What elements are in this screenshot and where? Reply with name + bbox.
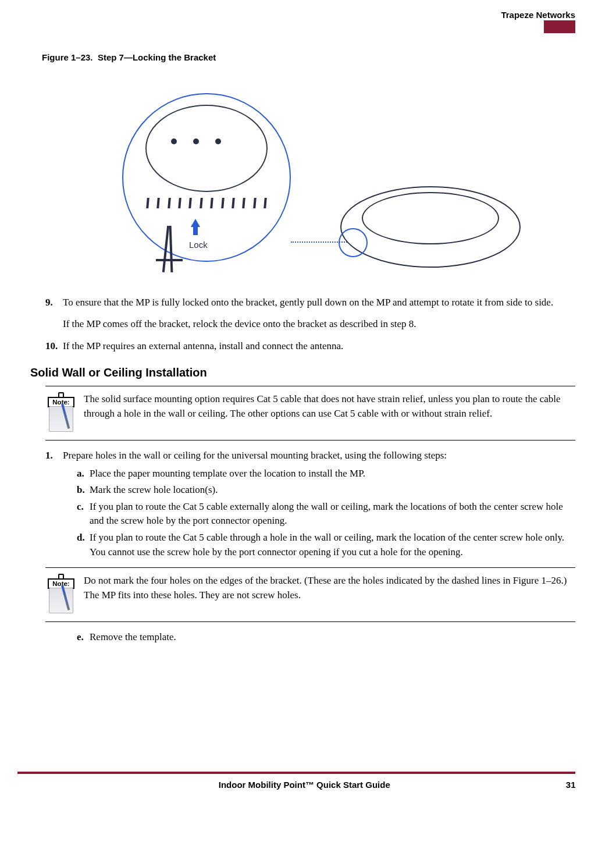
substep-a: a.Place the paper mounting template over… bbox=[77, 467, 575, 481]
lock-arrow-stem bbox=[193, 227, 198, 235]
step-1: 1. Prepare holes in the wall or ceiling … bbox=[45, 449, 575, 559]
substep-b: b.Mark the screw hole location(s). bbox=[77, 483, 575, 498]
callout-circle-icon bbox=[339, 228, 368, 257]
step-text: To ensure that the MP is fully locked on… bbox=[63, 297, 553, 308]
step-text: If the MP requires an external antenna, … bbox=[63, 340, 343, 351]
note-text: The solid surface mounting option requir… bbox=[84, 392, 575, 432]
note-block-1: Note: The solid surface mounting option … bbox=[45, 386, 575, 441]
document-page: Trapeze Networks Figure 1–23. Step 7—Loc… bbox=[0, 0, 616, 803]
step-10: 10. If the MP requires an external anten… bbox=[45, 339, 575, 354]
figure-illustration: Lock bbox=[41, 81, 575, 291]
brand-name: Trapeze Networks bbox=[501, 9, 575, 22]
substep-label: b. bbox=[77, 483, 85, 498]
bracket-ellipse-inner bbox=[362, 192, 499, 244]
substep-label: c. bbox=[77, 500, 84, 514]
step-number: 1. bbox=[45, 449, 60, 463]
footer-title: Indoor Mobility Point™ Quick Start Guide bbox=[219, 779, 390, 791]
header-accent bbox=[544, 20, 575, 33]
note-icon: Note: bbox=[45, 393, 77, 432]
section-heading: Solid Wall or Ceiling Installation bbox=[30, 364, 575, 381]
note-block-2: Note: Do not mark the four holes on the … bbox=[45, 567, 575, 622]
page-number: 31 bbox=[566, 779, 576, 791]
substep-text: If you plan to route the Cat 5 cable ext… bbox=[90, 501, 563, 527]
substep-label: e. bbox=[77, 630, 84, 645]
footer: . Indoor Mobility Point™ Quick Start Gui… bbox=[41, 779, 576, 791]
figure-title: Step 7—Locking the Bracket bbox=[98, 52, 216, 62]
substep-text: If you plan to route the Cat 5 cable thr… bbox=[90, 532, 564, 557]
figure-caption: Figure 1–23. Step 7—Locking the Bracket bbox=[42, 51, 216, 64]
substep-label: d. bbox=[77, 531, 85, 545]
substep-text: Remove the template. bbox=[90, 631, 176, 642]
ap-top-ellipse bbox=[145, 105, 268, 192]
substep-text: Place the paper mounting template over t… bbox=[90, 468, 365, 479]
figure-number: Figure 1–23. bbox=[42, 52, 93, 62]
step-text: Prepare holes in the wall or ceiling for… bbox=[63, 450, 447, 461]
ap-teeth bbox=[147, 198, 266, 212]
substep-e: e.Remove the template. bbox=[77, 630, 575, 645]
substep-c: c.If you plan to route the Cat 5 cable e… bbox=[77, 500, 575, 528]
lock-tool-base bbox=[156, 259, 183, 261]
lock-label: Lock bbox=[189, 239, 208, 251]
substep-text: Mark the screw hole location(s). bbox=[90, 484, 218, 495]
lock-arrow-icon bbox=[191, 219, 200, 227]
step-number: 10. bbox=[45, 339, 60, 354]
note-text: Do not mark the four holes on the edges … bbox=[84, 574, 575, 613]
substep-label: a. bbox=[77, 467, 84, 481]
step-9: 9. To ensure that the MP is fully locked… bbox=[45, 296, 575, 331]
body-content: 9. To ensure that the MP is fully locked… bbox=[45, 296, 575, 647]
step-9-para2: If the MP comes off the bracket, relock … bbox=[63, 317, 575, 332]
note-icon: Note: bbox=[45, 575, 77, 613]
step-number: 9. bbox=[45, 296, 60, 310]
substep-d: d.If you plan to route the Cat 5 cable t… bbox=[77, 531, 575, 559]
footer-rule bbox=[17, 772, 575, 774]
ap-screws bbox=[171, 138, 221, 144]
